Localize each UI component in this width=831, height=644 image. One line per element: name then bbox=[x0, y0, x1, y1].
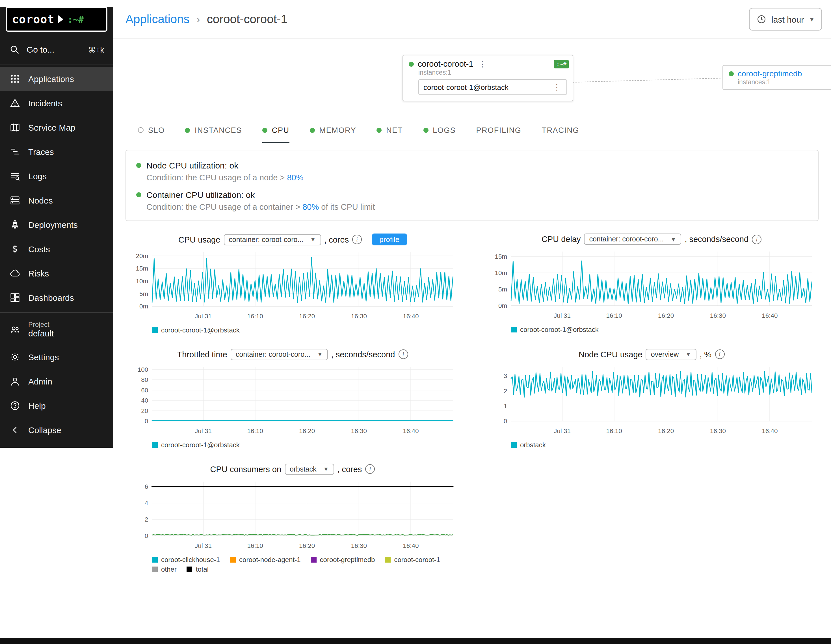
condition-text: Condition: the CPU usage of a container … bbox=[146, 202, 302, 212]
dollar-icon bbox=[10, 244, 20, 254]
check-node-cpu: Node CPU utilization: ok Condition: the … bbox=[136, 161, 808, 182]
legend-swatch bbox=[152, 566, 158, 572]
gear-icon bbox=[10, 352, 20, 362]
chart-selector-value: container: coroot-coro... bbox=[589, 235, 664, 243]
svg-text:16:10: 16:10 bbox=[247, 312, 263, 320]
sidebar-item-costs[interactable]: Costs bbox=[0, 237, 113, 261]
peer-card[interactable]: coroot-greptimedb instances:1 bbox=[723, 65, 831, 90]
chart-unit: , seconds/second bbox=[331, 350, 395, 359]
svg-text:10m: 10m bbox=[495, 269, 507, 276]
sidebar-item-risks[interactable]: Risks bbox=[0, 261, 113, 285]
peer-name-link[interactable]: coroot-greptimedb bbox=[738, 69, 802, 78]
tab-profiling[interactable]: PROFILING bbox=[476, 118, 521, 143]
instance-chip[interactable]: coroot-coroot-1@orbstack ⋮ bbox=[418, 79, 567, 95]
tab-slo[interactable]: SLO bbox=[138, 118, 165, 143]
chart-selector-dropdown[interactable]: container: coroot-coro...▼ bbox=[224, 234, 321, 245]
sidebar-item-admin[interactable]: Admin bbox=[0, 369, 113, 394]
chart-legend: orbstack bbox=[511, 441, 817, 449]
condition-threshold[interactable]: 80% bbox=[302, 202, 319, 212]
time-range-picker[interactable]: last hour ▼ bbox=[749, 8, 822, 30]
svg-text:16:10: 16:10 bbox=[606, 312, 622, 319]
condition-threshold[interactable]: 80% bbox=[287, 173, 303, 182]
search-icon bbox=[9, 44, 20, 55]
coroot-logo[interactable]: coroot :~# bbox=[6, 7, 107, 32]
map-icon bbox=[10, 122, 20, 133]
app-instances-label: instances:1 bbox=[403, 69, 573, 76]
bottom-bar bbox=[0, 638, 831, 644]
sidebar-item-settings[interactable]: Settings bbox=[0, 345, 113, 369]
svg-text:16:30: 16:30 bbox=[351, 427, 367, 435]
check-container-cpu: Container CPU utilization: ok Condition:… bbox=[136, 190, 808, 212]
svg-text:16:20: 16:20 bbox=[658, 312, 674, 319]
svg-text:4: 4 bbox=[145, 499, 148, 507]
svg-text:16:40: 16:40 bbox=[403, 427, 419, 435]
chart-plot: 0123Jul 3116:1016:2016:3016:40 bbox=[486, 362, 817, 440]
chart-selector-dropdown[interactable]: overview▼ bbox=[646, 349, 696, 360]
chart-title: CPU delay bbox=[541, 234, 581, 244]
page: coroot :~# Go to... ⌘+k ApplicationsInci… bbox=[0, 0, 831, 644]
sidebar-item-service-map[interactable]: Service Map bbox=[0, 115, 113, 140]
breadcrumb-applications[interactable]: Applications bbox=[126, 13, 189, 26]
info-icon[interactable]: i bbox=[752, 234, 761, 244]
status-dot bbox=[136, 192, 141, 197]
project-label: Project bbox=[28, 320, 54, 329]
chart-selector-dropdown[interactable]: orbstack▼ bbox=[285, 464, 334, 475]
tab-memory[interactable]: MEMORY bbox=[310, 118, 357, 143]
traces-icon bbox=[10, 147, 20, 157]
chart-unit: , % bbox=[700, 350, 712, 359]
chart-selector-dropdown[interactable]: container: coroot-coro...▼ bbox=[231, 349, 328, 360]
legend-swatch bbox=[311, 557, 317, 563]
legend-item-coroot-coroot-1-orbstack[interactable]: coroot-coroot-1@orbstack bbox=[152, 441, 240, 449]
kebab-menu-icon[interactable]: ⋮ bbox=[552, 83, 562, 92]
legend-swatch bbox=[385, 557, 391, 563]
legend-item-coroot-coroot-1-orbstack[interactable]: coroot-coroot-1@orbstack bbox=[152, 326, 240, 334]
legend-item-coroot-greptimedb[interactable]: coroot-greptimedb bbox=[311, 556, 375, 564]
tab-instances[interactable]: INSTANCES bbox=[185, 118, 242, 143]
sidebar-item-label: Incidents bbox=[28, 98, 62, 108]
sidebar-item-help[interactable]: Help bbox=[0, 394, 113, 418]
legend-item-orbstack[interactable]: orbstack bbox=[511, 441, 546, 449]
sidebar-item-label: Applications bbox=[28, 74, 74, 84]
chart-selector-dropdown[interactable]: container: coroot-coro...▼ bbox=[584, 234, 681, 245]
sidebar-divider bbox=[0, 64, 113, 64]
peer-instances-label: instances:1 bbox=[738, 78, 828, 85]
legend-item-other[interactable]: other bbox=[152, 566, 177, 573]
tab-cpu[interactable]: CPU bbox=[262, 118, 290, 143]
go-to-search[interactable]: Go to... ⌘+k bbox=[0, 37, 113, 62]
kebab-menu-icon[interactable]: ⋮ bbox=[478, 59, 487, 69]
profile-button[interactable]: profile bbox=[372, 234, 407, 245]
tab-label: SLO bbox=[148, 126, 165, 134]
tab-tracing[interactable]: TRACING bbox=[541, 118, 579, 143]
collapse-icon bbox=[10, 425, 20, 435]
sidebar-item-label: Collapse bbox=[28, 425, 61, 435]
info-icon[interactable]: i bbox=[398, 350, 408, 359]
tab-logs[interactable]: LOGS bbox=[423, 118, 455, 143]
sidebar-item-logs[interactable]: Logs bbox=[0, 164, 113, 188]
tab-label: NET bbox=[386, 126, 403, 134]
info-icon[interactable]: i bbox=[715, 350, 724, 359]
sidebar-item-applications[interactable]: Applications bbox=[0, 67, 113, 91]
project-selector[interactable]: Project default bbox=[0, 315, 113, 345]
sidebar-item-deployments[interactable]: Deployments bbox=[0, 213, 113, 237]
legend-item-coroot-clickhouse-1[interactable]: coroot-clickhouse-1 bbox=[152, 556, 220, 564]
svg-text:16:20: 16:20 bbox=[299, 312, 315, 320]
series-coroot-coroot-1-orbstack bbox=[511, 261, 812, 304]
svg-text:2: 2 bbox=[504, 387, 507, 395]
app-card[interactable]: coroot-coroot-1 ⋮ :~# instances:1 coroot… bbox=[403, 55, 573, 101]
sidebar-item-nodes[interactable]: Nodes bbox=[0, 188, 113, 213]
tab-net[interactable]: NET bbox=[376, 118, 403, 143]
sidebar-item-label: Nodes bbox=[28, 196, 53, 205]
legend-label: total bbox=[196, 566, 209, 573]
legend-item-coroot-coroot-1[interactable]: coroot-coroot-1 bbox=[385, 556, 440, 564]
svg-text:16:30: 16:30 bbox=[710, 427, 726, 435]
sidebar-item-collapse[interactable]: Collapse bbox=[0, 418, 113, 442]
chart-legend: coroot-clickhouse-1coroot-node-agent-1co… bbox=[152, 556, 458, 573]
legend-item-coroot-node-agent-1[interactable]: coroot-node-agent-1 bbox=[230, 556, 301, 564]
info-icon[interactable]: i bbox=[365, 464, 375, 474]
sidebar-item-traces[interactable]: Traces bbox=[0, 140, 113, 164]
legend-item-coroot-coroot-1-orbstack[interactable]: coroot-coroot-1@orbstack bbox=[511, 326, 599, 333]
legend-item-total[interactable]: total bbox=[187, 566, 209, 573]
info-icon[interactable]: i bbox=[352, 234, 362, 244]
sidebar-item-dashboards[interactable]: Dashboards bbox=[0, 285, 113, 310]
sidebar-item-incidents[interactable]: Incidents bbox=[0, 91, 113, 115]
